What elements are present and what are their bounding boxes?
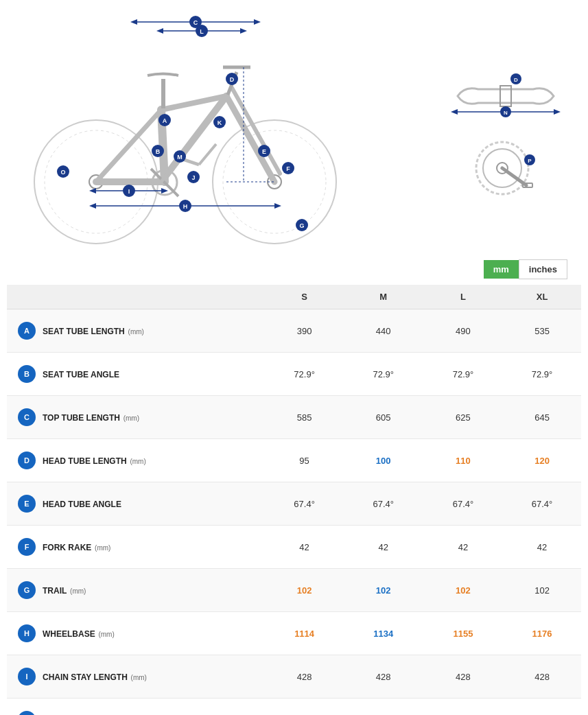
row-value: 67.4° <box>344 482 423 526</box>
row-value: 605 <box>344 396 423 439</box>
inches-button[interactable]: inches <box>519 259 567 279</box>
col-header-m: M <box>344 285 423 309</box>
svg-marker-45 <box>89 203 96 209</box>
row-value: 42 <box>266 526 344 569</box>
svg-marker-50 <box>89 188 96 194</box>
row-label: SEAT TUBE ANGLE <box>43 369 119 379</box>
row-value: 102 <box>423 569 503 612</box>
svg-text:N: N <box>504 110 508 116</box>
row-unit: (mm) <box>128 458 146 465</box>
row-label: TOP TUBE LENGTH (mm) <box>43 412 139 423</box>
row-value: 645 <box>503 396 581 439</box>
svg-text:P: P <box>528 158 532 164</box>
table-row: EHEAD TUBE ANGLE67.4°67.4°67.4°67.4° <box>7 482 581 526</box>
row-label: CHAIN STAY LENGTH (mm) <box>43 672 147 682</box>
row-value: 21 <box>423 699 503 716</box>
row-label: SEAT TUBE LENGTH (mm) <box>43 326 144 336</box>
svg-marker-66 <box>451 109 458 115</box>
row-value: 625 <box>423 396 503 439</box>
side-diagrams: N D P <box>437 51 574 202</box>
svg-marker-29 <box>240 28 247 34</box>
row-label: HEAD TUBE ANGLE <box>43 499 121 509</box>
row-badge: I <box>18 668 36 685</box>
mm-button[interactable]: mm <box>484 260 519 279</box>
row-badge: J <box>18 711 36 715</box>
row-value: 67.4° <box>423 482 503 526</box>
row-label: HEAD TUBE LENGTH (mm) <box>43 456 146 466</box>
row-value: 102 <box>266 569 344 612</box>
svg-text:G: G <box>299 222 304 229</box>
svg-text:A: A <box>163 117 167 124</box>
row-value: 42 <box>503 526 581 569</box>
row-badge: B <box>18 365 36 383</box>
svg-text:I: I <box>128 188 130 195</box>
row-value: 100 <box>344 439 423 482</box>
row-badge: A <box>18 322 36 340</box>
row-badge: D <box>18 452 36 469</box>
col-header-xl: XL <box>503 285 581 309</box>
row-value: 428 <box>266 655 344 699</box>
row-badge: G <box>18 581 36 599</box>
row-badge: H <box>18 624 36 642</box>
row-value: 110 <box>423 439 503 482</box>
row-value: 42 <box>423 526 503 569</box>
row-value: 585 <box>266 396 344 439</box>
svg-text:H: H <box>183 203 188 210</box>
svg-marker-67 <box>554 109 561 115</box>
row-value: 1155 <box>423 612 503 655</box>
row-value: 21 <box>344 699 423 716</box>
row-value: 72.9° <box>266 353 344 396</box>
svg-marker-24 <box>254 19 261 25</box>
row-value: 72.9° <box>423 353 503 396</box>
table-row: ICHAIN STAY LENGTH (mm)428428428428 <box>7 655 581 699</box>
row-value: 440 <box>344 309 423 353</box>
bike-diagram: C L A B D E F G <box>14 7 350 247</box>
row-value: 102 <box>503 569 581 612</box>
row-value: 72.9° <box>503 353 581 396</box>
row-value: 535 <box>503 309 581 353</box>
row-value: 102 <box>344 569 423 612</box>
row-value: 95 <box>266 439 344 482</box>
table-row: JBOTTOM BRACKET DROP (mm)21212121 <box>7 699 581 716</box>
row-value: 21 <box>503 699 581 716</box>
svg-text:E: E <box>262 148 266 155</box>
svg-text:F: F <box>286 165 290 172</box>
row-value: 1134 <box>344 612 423 655</box>
svg-text:J: J <box>191 174 195 181</box>
row-badge: F <box>18 538 36 556</box>
svg-text:K: K <box>217 119 222 126</box>
row-value: 428 <box>503 655 581 699</box>
row-badge: E <box>18 495 36 513</box>
svg-marker-51 <box>161 188 168 194</box>
row-label: TRAIL (mm) <box>43 585 86 596</box>
row-value: 428 <box>423 655 503 699</box>
svg-text:L: L <box>200 28 204 35</box>
svg-marker-28 <box>156 28 163 34</box>
svg-text:B: B <box>156 148 161 155</box>
row-unit: (mm) <box>97 631 115 638</box>
svg-text:M: M <box>177 154 183 161</box>
table-row: DHEAD TUBE LENGTH (mm)95100110120 <box>7 439 581 482</box>
table-row: HWHEELBASE (mm)1114113411551176 <box>7 612 581 655</box>
row-value: 1176 <box>503 612 581 655</box>
row-label: WHEELBASE (mm) <box>43 629 115 639</box>
row-badge: C <box>18 408 36 426</box>
table-row: FFORK RAKE (mm)42424242 <box>7 526 581 569</box>
table-row: ASEAT TUBE LENGTH (mm)390440490535 <box>7 309 581 353</box>
row-unit: (mm) <box>68 587 86 595</box>
col-header-s: S <box>266 285 344 309</box>
row-unit: (mm) <box>129 674 147 681</box>
table-row: BSEAT TUBE ANGLE72.9°72.9°72.9°72.9° <box>7 353 581 396</box>
row-value: 42 <box>344 526 423 569</box>
row-value: 72.9° <box>344 353 423 396</box>
table-row: CTOP TUBE LENGTH (mm)585605625645 <box>7 396 581 439</box>
col-header-l: L <box>423 285 503 309</box>
row-unit: (mm) <box>126 328 144 336</box>
svg-text:C: C <box>193 19 198 26</box>
svg-text:O: O <box>60 169 65 176</box>
svg-marker-23 <box>130 19 137 25</box>
svg-line-21 <box>199 144 216 165</box>
unit-toggle: mm inches <box>0 254 588 285</box>
row-value: 120 <box>503 439 581 482</box>
geometry-table: S M L XL ASEAT TUBE LENGTH (mm)390440490… <box>0 285 588 715</box>
